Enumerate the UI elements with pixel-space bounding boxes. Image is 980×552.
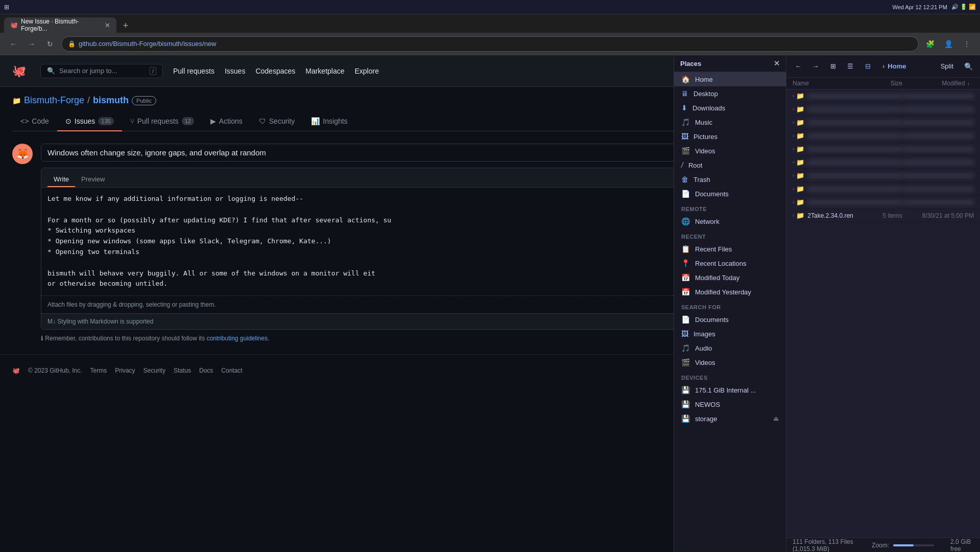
- places-desktop[interactable]: 🖥 Desktop: [674, 86, 786, 101]
- footer-contact[interactable]: Contact: [221, 367, 242, 374]
- eject-button[interactable]: ⏏: [773, 415, 779, 422]
- row-expand-icon: ›: [793, 120, 794, 125]
- table-row[interactable]: › 📁: [786, 182, 980, 196]
- footer-docs[interactable]: Docs: [199, 367, 213, 374]
- nav-codespaces[interactable]: Codespaces: [255, 67, 295, 75]
- search-documents[interactable]: 📄 Documents: [674, 312, 786, 327]
- table-row[interactable]: › 📁: [786, 129, 980, 143]
- column-name[interactable]: Name: [793, 80, 862, 87]
- folder-icon: 📁: [796, 145, 804, 153]
- repo-link[interactable]: bismuth: [93, 95, 129, 106]
- forward-button[interactable]: →: [25, 37, 39, 51]
- table-row[interactable]: › 📁: [786, 156, 980, 169]
- split-button[interactable]: Split: [937, 60, 958, 72]
- search-images[interactable]: 🖼 Images: [674, 327, 786, 341]
- tab-code[interactable]: <> Code: [12, 112, 57, 131]
- write-tab[interactable]: Write: [47, 172, 75, 187]
- tab-issues-label: Issues: [75, 117, 95, 125]
- tab-pull-requests[interactable]: ⑂ Pull requests 12: [122, 112, 202, 131]
- table-row[interactable]: › 📁: [786, 89, 980, 103]
- modified-today-icon: 📅: [681, 273, 690, 282]
- places-music[interactable]: 🎵 Music: [674, 115, 786, 129]
- table-row[interactable]: › 📁 2Take.2.34.0.ren 5 items 8/30/21 at …: [786, 209, 980, 222]
- nav-issues[interactable]: Issues: [225, 67, 245, 75]
- more-button[interactable]: ⋮: [960, 37, 974, 51]
- table-row[interactable]: › 📁: [786, 103, 980, 116]
- places-videos[interactable]: 🎬 Videos: [674, 144, 786, 158]
- github-search-box[interactable]: 🔍 Search or jump to... /: [40, 64, 163, 78]
- nav-pull-requests[interactable]: Pull requests: [173, 67, 214, 75]
- fm-back-button[interactable]: ←: [792, 60, 805, 73]
- folder-icon: 📁: [796, 172, 804, 179]
- places-modified-today[interactable]: 📅 Modified Today: [674, 270, 786, 285]
- places-downloads[interactable]: ⬇ Downloads: [674, 101, 786, 115]
- table-row[interactable]: › 📁: [786, 169, 980, 182]
- column-size[interactable]: Size: [862, 80, 902, 87]
- desktop-icon: 🖥: [681, 89, 688, 98]
- device-internal[interactable]: 💾 175.1 GiB Internal ...: [674, 383, 786, 397]
- places-recent-files[interactable]: 📋 Recent Files: [674, 242, 786, 256]
- devices-section-label: Devices: [674, 370, 786, 383]
- search-section-label: Search For: [674, 299, 786, 312]
- device-newos[interactable]: 💾 NEWOS: [674, 397, 786, 411]
- places-modified-yesterday[interactable]: 📅 Modified Yesterday: [674, 285, 786, 299]
- fm-forward-button[interactable]: →: [809, 60, 822, 73]
- places-pictures[interactable]: 🖼 Pictures: [674, 129, 786, 144]
- modified-yesterday-icon: 📅: [681, 288, 690, 296]
- fm-view-list-button[interactable]: ☰: [844, 60, 857, 73]
- user-avatar: 🦊: [12, 144, 33, 164]
- fm-view-icon-button[interactable]: ⊞: [826, 60, 840, 73]
- address-bar[interactable]: 🔒 github.com/Bismuth-Forge/bismuth/issue…: [61, 36, 919, 52]
- footer-status[interactable]: Status: [174, 367, 191, 374]
- table-row[interactable]: › 📁: [786, 196, 980, 209]
- table-row[interactable]: › 📁: [786, 143, 980, 156]
- fm-search-button[interactable]: 🔍: [962, 60, 975, 73]
- search-videos[interactable]: 🎬 Videos: [674, 355, 786, 370]
- table-row[interactable]: › 📁: [786, 116, 980, 129]
- tab-security[interactable]: 🛡 Security: [251, 112, 303, 131]
- column-modified[interactable]: Modified ↓: [902, 80, 974, 87]
- breadcrumb-home[interactable]: Home: [888, 62, 906, 70]
- internal-drive-icon: 💾: [681, 386, 690, 394]
- places-network[interactable]: 🌐 Network: [674, 214, 786, 228]
- tab-issues[interactable]: ⊙ Issues 135: [57, 112, 122, 131]
- pr-count: 12: [182, 117, 194, 125]
- places-home-label: Home: [695, 76, 713, 83]
- folder-file-count: 111 Folders, 113 Files (1,015.3 MiB): [793, 538, 864, 553]
- network-icon: 🌐: [681, 217, 690, 225]
- extensions-button[interactable]: 🧩: [923, 37, 937, 51]
- places-close-button[interactable]: ✕: [774, 59, 780, 67]
- places-recent-locations[interactable]: 📍 Recent Locations: [674, 256, 786, 270]
- footer-security[interactable]: Security: [144, 367, 165, 374]
- new-tab-button[interactable]: +: [118, 18, 133, 33]
- places-documents[interactable]: 📄 Documents: [674, 187, 786, 201]
- nav-explore[interactable]: Explore: [355, 67, 379, 75]
- active-tab[interactable]: 🐙 New Issue · Bismuth-Forge/b... ✕: [4, 17, 116, 33]
- search-audio[interactable]: 🎵 Audio: [674, 341, 786, 355]
- footer-terms[interactable]: Terms: [90, 367, 107, 374]
- reload-button[interactable]: ↻: [43, 37, 57, 51]
- folder-icon: 📁: [796, 158, 804, 166]
- device-storage-label: storage: [695, 415, 717, 423]
- nav-marketplace[interactable]: Marketplace: [305, 67, 344, 75]
- places-trash[interactable]: 🗑 Trash: [674, 172, 786, 187]
- places-root[interactable]: / Root: [674, 158, 786, 172]
- profile-button[interactable]: 👤: [941, 37, 955, 51]
- back-button[interactable]: ←: [6, 37, 20, 51]
- zoom-slider-track[interactable]: [893, 544, 934, 546]
- tab-actions[interactable]: ▶ Actions: [202, 112, 251, 131]
- copyright-text: © 2023 GitHub, Inc.: [28, 367, 82, 374]
- tab-insights[interactable]: 📊 Insights: [303, 112, 355, 131]
- org-link[interactable]: Bismuth-Forge: [24, 95, 84, 106]
- contrib-guidelines-link[interactable]: contributing guidelines.: [207, 335, 270, 342]
- preview-tab[interactable]: Preview: [75, 172, 111, 187]
- search-videos-icon: 🎬: [681, 358, 690, 366]
- tab-close-button[interactable]: ✕: [105, 21, 110, 29]
- device-storage[interactable]: 💾 storage ⏏: [674, 411, 786, 426]
- lock-icon: 🔒: [68, 40, 76, 48]
- file-size: 5 items: [862, 212, 902, 219]
- places-home[interactable]: 🏠 Home: [674, 72, 786, 86]
- footer-privacy[interactable]: Privacy: [115, 367, 135, 374]
- fm-view-columns-button[interactable]: ⊟: [861, 60, 874, 73]
- os-menu-icon[interactable]: ⊞: [4, 4, 9, 11]
